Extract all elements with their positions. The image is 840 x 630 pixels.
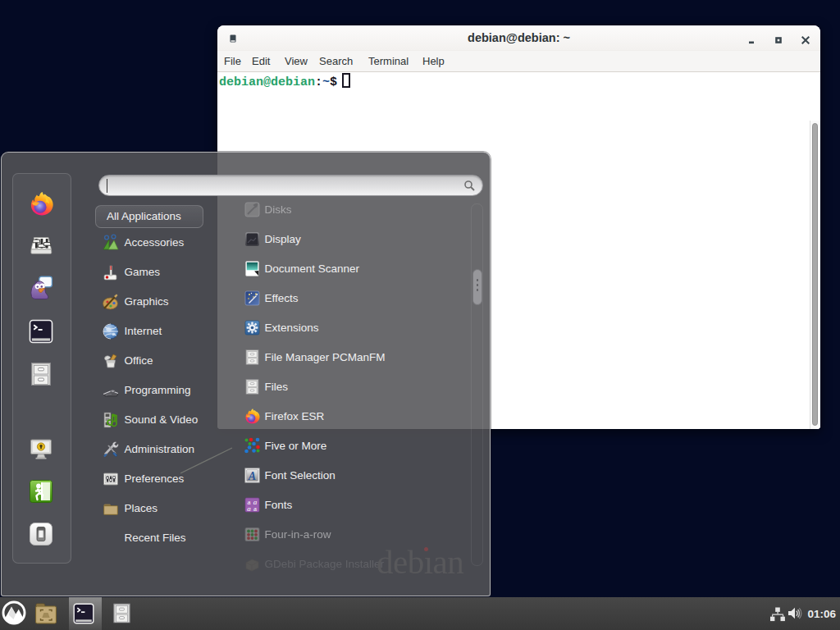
svg-text:A: A xyxy=(248,470,256,482)
svg-text:a: a xyxy=(247,504,251,513)
svg-text:a: a xyxy=(253,504,257,513)
